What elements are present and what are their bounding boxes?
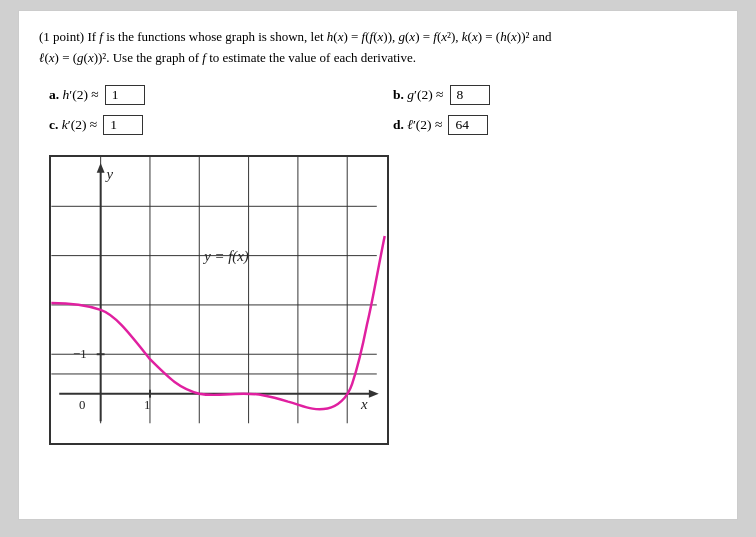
answer-box-a[interactable]: 1 — [105, 85, 145, 105]
svg-text:y = f(x): y = f(x) — [202, 247, 249, 264]
answer-row-b: b. g′(2) ≈ 8 — [393, 85, 717, 105]
answer-box-c[interactable]: 1 — [103, 115, 143, 135]
svg-text:−1: −1 — [73, 347, 87, 361]
graph-container: y = f(x) y x 0 1 −1 — [49, 155, 389, 445]
answers-grid: a. h′(2) ≈ 1 b. g′(2) ≈ 8 c. k′(2) ≈ 1 d… — [49, 85, 717, 135]
answer-row-c: c. k′(2) ≈ 1 — [49, 115, 373, 135]
svg-text:0: 0 — [79, 398, 85, 412]
label-c: c. k′(2) ≈ — [49, 117, 97, 133]
answer-row-d: d. ℓ′(2) ≈ 64 — [393, 115, 717, 135]
page: (1 point) If f is the functions whose gr… — [18, 10, 738, 520]
answer-row-a: a. h′(2) ≈ 1 — [49, 85, 373, 105]
svg-marker-12 — [97, 163, 105, 173]
svg-text:y: y — [105, 165, 114, 181]
graph-svg: y = f(x) y x 0 1 −1 — [51, 157, 387, 443]
label-d: d. ℓ′(2) ≈ — [393, 117, 442, 133]
answer-box-b[interactable]: 8 — [450, 85, 490, 105]
problem-points: (1 point) — [39, 29, 84, 44]
svg-text:x: x — [360, 396, 368, 412]
problem-header: (1 point) If f is the functions whose gr… — [39, 27, 717, 69]
label-a: a. h′(2) ≈ — [49, 87, 99, 103]
svg-text:1: 1 — [144, 398, 150, 412]
svg-marker-14 — [369, 389, 379, 397]
answer-box-d[interactable]: 64 — [448, 115, 488, 135]
label-b: b. g′(2) ≈ — [393, 87, 444, 103]
